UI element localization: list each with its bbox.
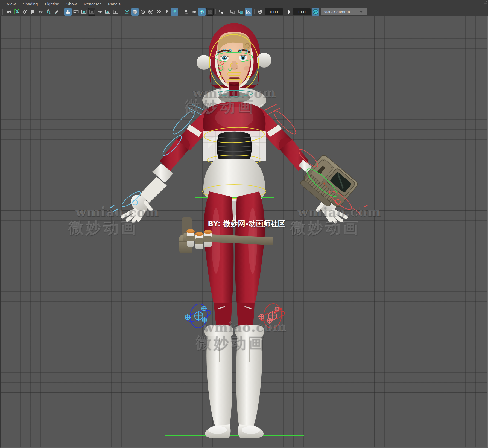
gamma-field[interactable]: 1.00: [293, 8, 311, 15]
color-management-toggle[interactable]: ON: [312, 8, 319, 16]
shadows-icon[interactable]: [171, 8, 178, 16]
isolate-select-icon[interactable]: [218, 8, 225, 16]
grease-pencil-icon[interactable]: [53, 8, 60, 16]
toolbar-grip[interactable]: [2, 9, 3, 15]
menu-renderer[interactable]: Renderer: [80, 2, 104, 6]
anti-aliasing-icon[interactable]: [198, 8, 206, 16]
smooth-shade-all-icon[interactable]: [131, 8, 139, 16]
panel-toolbar: 0.00 1.00 ON sRGB gamma: [0, 8, 488, 16]
toolbar-separator: [254, 9, 255, 14]
chevron-down-icon: [359, 11, 363, 13]
wireframe-icon[interactable]: [123, 8, 131, 16]
3d-viewport[interactable]: [0, 16, 488, 448]
film-gate-icon[interactable]: [72, 8, 80, 16]
wireframe-on-shaded-icon[interactable]: [139, 8, 147, 16]
toolbar-separator: [62, 9, 62, 14]
xray-active-components-icon[interactable]: [237, 8, 244, 16]
menu-panels[interactable]: Panels: [104, 2, 124, 6]
gate-mask-icon[interactable]: [88, 8, 95, 16]
view-transform-value: sRGB gamma: [324, 10, 350, 14]
view-transform-dropdown[interactable]: sRGB gamma: [321, 8, 367, 15]
textured-icon[interactable]: [147, 8, 154, 16]
lock-camera-icon[interactable]: [13, 8, 21, 16]
safe-title-icon[interactable]: [112, 8, 119, 16]
maya-viewport-panel: View Shading Lighting Show Renderer Pane…: [0, 0, 488, 448]
motion-blur-icon[interactable]: [190, 8, 198, 16]
camera-attributes-icon[interactable]: [21, 8, 28, 16]
image-plane-icon[interactable]: [37, 8, 44, 16]
toolbar-separator: [180, 9, 180, 14]
exposure-aperture-icon[interactable]: [256, 8, 264, 16]
panel-pin-icon[interactable]: [484, 1, 487, 4]
use-default-material-icon[interactable]: [155, 8, 162, 16]
depth-of-field-icon[interactable]: [206, 8, 214, 16]
safe-action-icon[interactable]: [104, 8, 111, 16]
panel-menubar: View Shading Lighting Show Renderer Pane…: [0, 0, 488, 8]
toolbar-separator: [227, 9, 227, 14]
contrast-icon[interactable]: [284, 8, 291, 16]
menu-shading[interactable]: Shading: [19, 2, 41, 6]
grid-icon[interactable]: [64, 8, 72, 16]
select-camera-icon[interactable]: [5, 8, 13, 16]
toolbar-separator: [121, 9, 121, 14]
menu-show[interactable]: Show: [63, 2, 80, 6]
exposure-field[interactable]: 0.00: [265, 8, 283, 15]
image-plane-display-icon[interactable]: [245, 8, 252, 16]
xray-icon[interactable]: [229, 8, 236, 16]
menu-view[interactable]: View: [3, 2, 19, 6]
screen-space-ao-icon[interactable]: [182, 8, 190, 16]
resolution-gate-icon[interactable]: [80, 8, 87, 16]
pan-zoom-2d-icon[interactable]: [45, 8, 52, 16]
toolbar-separator: [215, 9, 216, 14]
use-all-lights-icon[interactable]: [163, 8, 170, 16]
field-chart-icon[interactable]: [96, 8, 103, 16]
bookmark-icon[interactable]: [29, 8, 36, 16]
menu-lighting[interactable]: Lighting: [41, 2, 63, 6]
color-management-toggle-label: ON: [314, 11, 317, 13]
